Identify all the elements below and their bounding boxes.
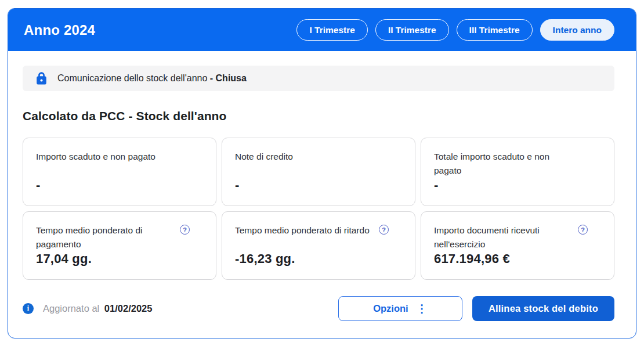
card-label: Tempo medio ponderato di pagamento — [36, 224, 181, 251]
updated-label: Aggiornato al — [43, 303, 99, 314]
card-value: - — [434, 178, 579, 193]
help-icon[interactable]: ? — [379, 225, 389, 235]
page-title: Anno 2024 — [24, 22, 95, 38]
status-message: Comunicazione dello stock dell'anno — [57, 73, 207, 83]
card-totale-importo-scaduto: Totale importo scaduto e non pagato - — [421, 138, 614, 206]
card-label: Totale importo scaduto e non pagato — [434, 150, 579, 178]
status-banner: Comunicazione dello stock dell'anno - Ch… — [23, 66, 614, 91]
footer-buttons: Opzioni ⋮ Allinea stock del debito — [338, 296, 614, 321]
card-value: 17,04 gg. — [36, 251, 181, 266]
tab-iii-trimestre[interactable]: III Trimestre — [457, 19, 533, 41]
tab-intero-anno[interactable]: Intero anno — [540, 19, 614, 41]
panel-content: Comunicazione dello stock dell'anno - Ch… — [8, 51, 636, 321]
panel-header: Anno 2024 I Trimestre II Trimestre III T… — [8, 9, 636, 51]
year-panel: Anno 2024 I Trimestre II Trimestre III T… — [8, 8, 636, 338]
tab-ii-trimestre[interactable]: II Trimestre — [375, 19, 449, 41]
align-debt-stock-button[interactable]: Allinea stock del debito — [472, 296, 614, 321]
tab-i-trimestre[interactable]: I Trimestre — [296, 19, 367, 41]
help-icon[interactable]: ? — [180, 225, 190, 235]
card-importo-documenti-ricevuti: Importo documenti ricevuti nell'esercizi… — [421, 211, 614, 280]
card-value: -16,23 gg. — [235, 251, 380, 266]
card-label: Tempo medio ponderato di ritardo — [235, 224, 380, 237]
card-value: 617.194,96 € — [434, 251, 579, 266]
footer-row: i Aggiornato al 01/02/2025 Opzioni ⋮ All… — [23, 296, 614, 321]
card-tempo-medio-pagamento: Tempo medio ponderato di pagamento 17,04… — [23, 211, 216, 280]
info-icon: i — [23, 303, 34, 314]
metric-cards-grid: Importo scaduto e non pagato - Note di c… — [23, 138, 614, 280]
updated-date: 01/02/2025 — [104, 303, 153, 314]
status-badge: - Chiusa — [210, 73, 247, 83]
card-note-credito: Note di credito - — [222, 138, 415, 206]
lock-icon — [35, 71, 48, 85]
section-title: Calcolato da PCC - Stock dell'anno — [23, 109, 614, 123]
card-value: - — [36, 178, 181, 193]
card-value: - — [235, 178, 380, 193]
help-icon[interactable]: ? — [578, 225, 588, 235]
options-button-label: Opzioni — [373, 303, 408, 314]
card-importo-scaduto: Importo scaduto e non pagato - — [23, 138, 216, 206]
quarter-tabs: I Trimestre II Trimestre III Trimestre I… — [296, 19, 614, 41]
card-label: Importo documenti ricevuti nell'esercizi… — [434, 224, 579, 251]
card-label: Note di credito — [235, 150, 380, 164]
options-button[interactable]: Opzioni ⋮ — [338, 296, 462, 321]
card-tempo-medio-ritardo: Tempo medio ponderato di ritardo -16,23 … — [222, 211, 415, 280]
card-label: Importo scaduto e non pagato — [36, 150, 181, 164]
status-text: Comunicazione dello stock dell'anno - Ch… — [57, 73, 247, 84]
updated-at: Aggiornato al 01/02/2025 — [43, 303, 152, 314]
kebab-menu-icon: ⋮ — [417, 303, 428, 314]
